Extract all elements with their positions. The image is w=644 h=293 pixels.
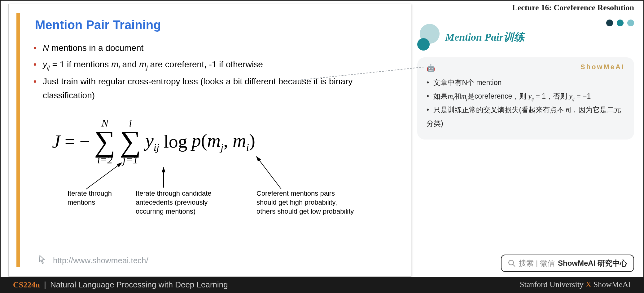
search-box[interactable]: 搜索 | 微信 ShowMeAI 研究中心 bbox=[501, 255, 634, 272]
note-2: 如果mi和mj是coreference，则 yij = 1，否则 yij = −… bbox=[427, 90, 625, 103]
label-iterate-antecedents: Iterate through candidate antecedents (p… bbox=[136, 189, 226, 216]
notes-box: 🤖 ShowMeAI 文章中有N个 mention 如果mi和mj是corefe… bbox=[417, 57, 634, 140]
notes-panel: Lecture 16: Coreference Resolution Menti… bbox=[411, 1, 643, 278]
bullet-2: yij = 1 if mentions mi and mj are corefe… bbox=[43, 58, 368, 72]
teal-circles-icon bbox=[417, 26, 442, 48]
cursor-icon bbox=[38, 254, 49, 267]
label-coreferent-prob: Coreferent mentions pairs should get hig… bbox=[256, 189, 356, 216]
course-subtitle: Natural Language Processing with Deep Le… bbox=[50, 280, 228, 289]
bullet-1: N mentions in a document bbox=[43, 41, 368, 55]
svg-line-4 bbox=[513, 264, 515, 267]
slide-bullets: N mentions in a document yij = 1 if ment… bbox=[43, 41, 368, 102]
note-3: 只是训练正常的交叉熵损失(看起来有点不同，因为它是二元分类) bbox=[427, 103, 625, 130]
lecture-header: Lecture 16: Coreference Resolution bbox=[417, 3, 634, 12]
notes-list: 文章中有N个 mention 如果mi和mj是coreference，则 yij… bbox=[427, 76, 625, 130]
sum-inner: i ∑ j=1 bbox=[120, 118, 141, 165]
source-url-row: http://www.showmeai.tech/ bbox=[38, 254, 148, 267]
footer-bar: CS224n | Natural Language Processing wit… bbox=[1, 277, 643, 292]
robot-icon: 🤖 bbox=[427, 64, 435, 72]
loss-formula: J = − N ∑ i=2 i ∑ j=1 yij log p(m bbox=[52, 109, 411, 165]
formula-area: J = − N ∑ i=2 i ∑ j=1 yij log p(m bbox=[52, 109, 411, 220]
dots-decoration bbox=[606, 20, 634, 26]
search-hint: 搜索 | 微信 bbox=[519, 258, 555, 268]
section-title: Mention Pair训练 bbox=[445, 30, 524, 44]
note-1: 文章中有N个 mention bbox=[427, 76, 625, 90]
sum-outer: N ∑ i=2 bbox=[94, 118, 115, 165]
svg-point-3 bbox=[509, 260, 514, 265]
footer-right: Stanford University X ShowMeAI bbox=[520, 280, 631, 289]
course-code: CS224n bbox=[13, 280, 40, 289]
search-icon bbox=[508, 259, 516, 267]
svg-line-0 bbox=[86, 163, 122, 189]
label-iterate-mentions: Iterate through mentions bbox=[68, 189, 129, 207]
section-header: Mention Pair训练 bbox=[417, 26, 634, 48]
bullet-3: Just train with regular cross-entropy lo… bbox=[43, 75, 368, 103]
slide-accent-bar bbox=[16, 13, 20, 267]
bullet1-var-N: N bbox=[43, 43, 49, 53]
brand-label: ShowMeAI bbox=[580, 63, 625, 71]
footer-left: CS224n | Natural Language Processing wit… bbox=[13, 280, 228, 290]
slide-title: Mention Pair Training bbox=[35, 18, 411, 32]
slide-panel: Mention Pair Training N mentions in a do… bbox=[8, 4, 411, 277]
search-bold: ShowMeAI 研究中心 bbox=[558, 258, 627, 268]
source-url: http://www.showmeai.tech/ bbox=[53, 256, 148, 265]
